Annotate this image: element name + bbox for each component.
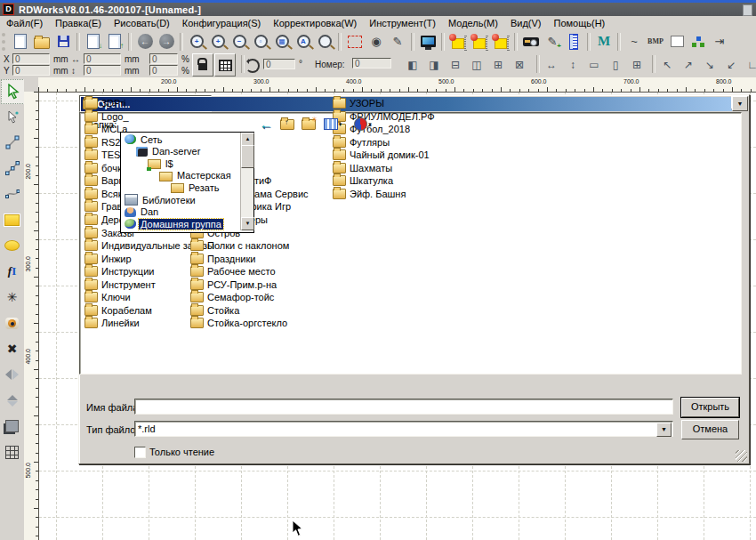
same-size-h-button[interactable]: ▭ [583, 55, 605, 75]
file-item[interactable]: Чайный домик-01 [333, 149, 430, 160]
mirror-e-button[interactable]: ⊞ [487, 55, 509, 75]
zoom-window-button[interactable] [314, 32, 335, 52]
material-library-button[interactable]: M [593, 32, 615, 52]
point-tool[interactable]: ✳ [1, 286, 23, 309]
combo-dropdown-arrow[interactable]: ▼ [732, 96, 748, 111]
scroll-down-button[interactable]: ▼ [241, 217, 254, 230]
line-tool[interactable] [1, 131, 23, 154]
zoom-grid-button[interactable]: ▦ [271, 32, 293, 52]
file-item[interactable]: ФРИУЛМОДЕЛ.РФ [333, 112, 435, 122]
menu-item-6[interactable]: Модель(M) [442, 17, 504, 29]
mirror-vertical-tool[interactable] [1, 389, 23, 412]
angle-input[interactable]: 0 [263, 59, 295, 69]
menu-item-7[interactable]: Вид(V) [504, 17, 548, 29]
tree-item-0[interactable]: Сеть [125, 133, 164, 145]
file-item[interactable]: Эйф. Башня [333, 189, 406, 199]
x-position-input[interactable]: 0 [12, 53, 50, 64]
align-bottom-right-button[interactable]: ↘ [699, 55, 720, 75]
track-run-button[interactable] [469, 32, 490, 52]
file-item[interactable]: Варг [84, 175, 123, 186]
width-input[interactable]: 0 [84, 53, 121, 64]
view-forward-button[interactable]: → [156, 32, 177, 52]
readonly-checkbox[interactable] [134, 447, 146, 458]
scroll-thumb[interactable] [241, 145, 254, 168]
pen-plus-button[interactable]: ✎+ [542, 32, 563, 52]
nav-back-button[interactable]: ← [257, 116, 275, 133]
save-file-button[interactable] [52, 32, 74, 52]
nav-up-folder-button[interactable]: ↑ [278, 116, 296, 133]
lock-ratio-button[interactable] [192, 53, 213, 77]
text-tool[interactable]: fI [1, 260, 23, 283]
file-item[interactable]: Шкатулка [333, 175, 393, 186]
menu-item-4[interactable]: Корректировка(W) [267, 17, 363, 29]
polyline-tool[interactable] [1, 157, 23, 180]
file-item[interactable]: Рабочее место [190, 266, 276, 277]
filename-input[interactable] [134, 399, 673, 415]
file-item[interactable]: Инжир [84, 254, 132, 264]
y-position-input[interactable]: 0 [12, 65, 50, 76]
filetype-dropdown-arrow[interactable]: ▼ [656, 423, 672, 437]
toolbar-grip[interactable] [2, 33, 8, 51]
zoom-page-button[interactable]: ▫ [250, 32, 271, 52]
tree-item-7[interactable]: Домашняя группа [125, 218, 223, 230]
mirror-f-button[interactable]: ⊠ [509, 55, 530, 75]
file-item[interactable]: Стойка-оргстекло [190, 318, 287, 328]
select-frame-button[interactable] [344, 32, 366, 52]
view-back-button[interactable]: ← [134, 32, 156, 52]
nav-view-menu-button[interactable]: ▾ [321, 116, 344, 133]
open-file-button[interactable] [31, 32, 52, 52]
file-item[interactable]: Праздники [190, 254, 255, 264]
mirror-horizontal-tool[interactable] [1, 363, 23, 386]
mirror-a-button[interactable]: ◧ [402, 55, 423, 75]
file-item[interactable]: Ключи [84, 292, 131, 302]
file-item[interactable]: Стойка [190, 305, 239, 316]
tree-item-6[interactable]: Dan [125, 206, 160, 218]
same-height-button[interactable]: ↕ [562, 55, 583, 75]
file-item[interactable]: Logo_ [84, 112, 129, 122]
edit-pen-button[interactable]: ✎ [387, 32, 408, 52]
file-item[interactable]: Корабелам [84, 305, 152, 316]
rectangle-tool[interactable] [1, 208, 23, 231]
zoom-in-button[interactable]: + [207, 32, 229, 52]
nav-recent-places-button[interactable]: ▾ [351, 116, 374, 133]
offset-tool[interactable] [1, 415, 23, 438]
menu-item-3[interactable]: Конфигурация(S) [176, 17, 267, 29]
export-button[interactable]: ↑ [104, 32, 125, 52]
resize-grip[interactable] [736, 450, 747, 462]
node-edit-tool[interactable] [1, 105, 23, 128]
capture-tool[interactable] [1, 311, 23, 334]
align-top-right-button[interactable]: ↗ [678, 55, 699, 75]
open-button[interactable]: Открыть [681, 398, 739, 417]
tree-item-1[interactable]: Dan-server [136, 146, 202, 157]
tree-item-4[interactable]: Резать [171, 181, 221, 193]
mirror-b-button[interactable]: ◨ [423, 55, 445, 75]
blank-rect-button[interactable] [666, 32, 688, 52]
preview-monitor-button[interactable] [417, 32, 438, 52]
bmp-tool-button[interactable]: BMP [645, 32, 666, 52]
title-bar[interactable]: D RDWorksV8.01.46-200107-[Unnamed-] [0, 3, 756, 16]
import-button[interactable]: ↓ [83, 32, 104, 52]
menu-item-2[interactable]: Рисовать(D) [108, 17, 176, 29]
same-width-button[interactable]: ↔ [541, 55, 562, 75]
file-item[interactable]: Футляры [333, 137, 390, 148]
file-item[interactable]: бочк [84, 163, 122, 173]
new-document-button[interactable] [10, 32, 31, 52]
menu-item-5[interactable]: Инструмент(T) [363, 17, 442, 29]
scroll-up-button[interactable]: ▲ [241, 133, 254, 146]
window-controls[interactable] [743, 4, 752, 16]
height-input[interactable]: 0 [84, 65, 121, 76]
zoom-select-button[interactable]: + [186, 32, 207, 52]
align-top-left-button[interactable]: ↖ [656, 55, 678, 75]
mirror-c-button[interactable]: ⊟ [445, 55, 466, 75]
align-bottom-left-button[interactable]: ↙ [720, 55, 742, 75]
align-corner-button[interactable]: ∟ [742, 55, 756, 75]
file-item[interactable]: Инструкции [84, 266, 154, 277]
ellipse-tool[interactable] [1, 234, 23, 257]
scale-y-input[interactable]: 0 [149, 65, 178, 76]
dialog-title-bar[interactable]: D Open... [81, 97, 747, 111]
grid-button[interactable] [214, 53, 236, 77]
file-item[interactable]: Линейки [84, 318, 140, 328]
menu-item-8[interactable]: Помощь(H) [548, 17, 612, 29]
dropdown-scrollbar[interactable]: ▲ ▼ [240, 133, 253, 230]
number-input[interactable]: 0 [352, 58, 391, 69]
